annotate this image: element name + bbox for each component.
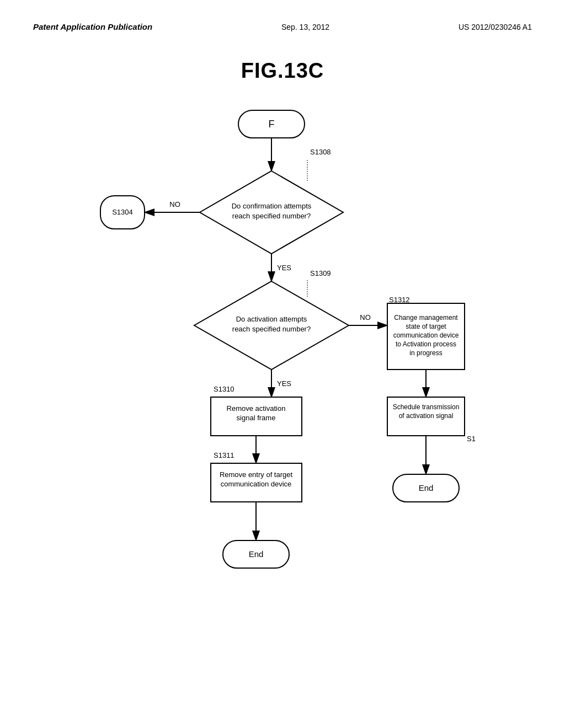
s1308-text-line1: Do confirmation attempts <box>232 202 312 210</box>
s1309-label: S1309 <box>310 269 331 277</box>
publication-label: Patent Application Publication <box>33 22 152 31</box>
s1312-label: S1312 <box>389 296 410 304</box>
end2-text: End <box>419 483 434 493</box>
s1304-label: S1304 <box>112 208 133 216</box>
s1313-text-2: of activation signal <box>399 412 454 420</box>
s1312-text-3: communication device <box>393 331 459 339</box>
s1310-text-2: signal frame <box>237 414 276 422</box>
figure-title: FIG.13C <box>0 59 565 83</box>
yes-label-2: YES <box>277 379 291 388</box>
s1311-text-2: communication device <box>221 480 292 488</box>
s1309-text-line2: reach specified number? <box>232 325 311 333</box>
s1308-text-line2: reach specified number? <box>232 212 311 220</box>
s1311-text-1: Remove entry of target <box>220 470 293 479</box>
page-header: Patent Application Publication Sep. 13, … <box>0 0 565 42</box>
patent-number: US 2012/0230246 A1 <box>459 23 532 31</box>
end1-text: End <box>249 549 264 559</box>
f-terminal-text: F <box>269 119 275 130</box>
s1312-text-1: Change management <box>394 314 458 322</box>
s1308-label: S1308 <box>310 148 331 156</box>
yes-label-1: YES <box>277 264 291 272</box>
s1313-label: S1313 <box>467 435 476 443</box>
no-label-2: NO <box>360 313 371 322</box>
s1312-text-2: state of target <box>406 323 446 330</box>
s1312-text-5: in progress <box>409 349 442 357</box>
s1310-text-1: Remove activation <box>227 404 286 413</box>
date-label: Sep. 13, 2012 <box>281 23 329 31</box>
s1313-text-1: Schedule transmission <box>393 403 460 411</box>
no-label-1: NO <box>169 200 180 208</box>
s1312-text-4: to Activation process <box>396 340 456 348</box>
flowchart-diagram: F S1308 Do confirmation attempts reach s… <box>89 99 476 596</box>
s1309-text-line1: Do activation attempts <box>236 315 307 323</box>
s1310-label: S1310 <box>214 385 234 393</box>
s1311-label: S1311 <box>214 451 234 459</box>
